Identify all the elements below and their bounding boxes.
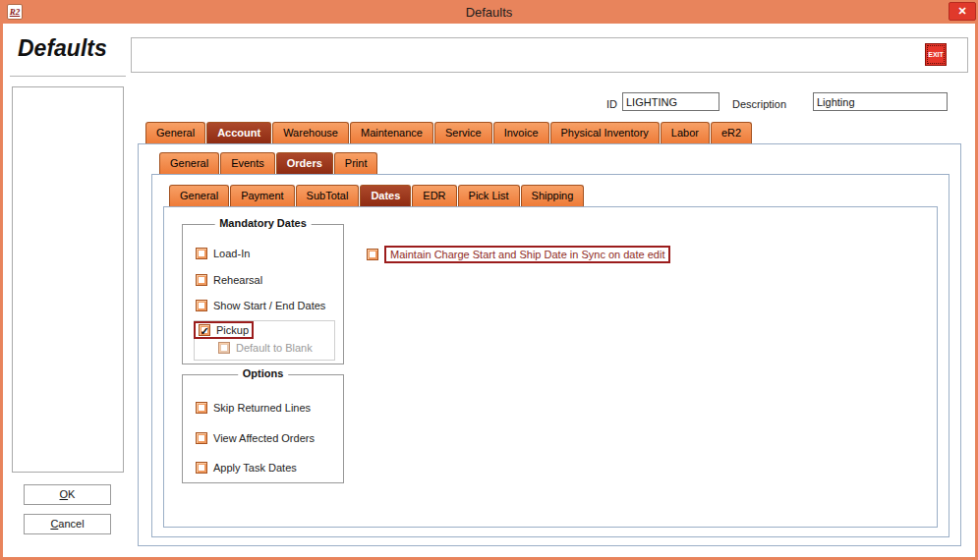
left-list-box[interactable] — [12, 86, 124, 473]
ok-button[interactable]: OK — [24, 484, 111, 505]
toolbar-strip — [131, 37, 968, 73]
tab-ord-pick-list[interactable]: Pick List — [458, 185, 520, 206]
tab-row-account: GeneralEventsOrdersPrint — [159, 152, 378, 174]
window-title: Defaults — [466, 5, 513, 20]
tab-invoice[interactable]: Invoice — [493, 122, 549, 143]
checkbox-label: Default to Blank — [236, 342, 313, 354]
checkbox-label: View Affected Orders — [213, 432, 315, 444]
checkbox-label: Show Start / End Dates — [213, 300, 325, 311]
checkbox-icon[interactable] — [367, 249, 378, 260]
checkbox-label: Rehearsal — [213, 274, 262, 286]
checkbox-label-highlighted: Maintain Charge Start and Ship Date in S… — [384, 246, 670, 263]
app-window: R2 Defaults ✕ Defaults OK Cancel EXIT ID… — [0, 0, 978, 560]
checkbox-show-start-end-dates[interactable]: Show Start / End Dates — [196, 300, 325, 311]
checkbox-pickup[interactable]: ✓ Pickup — [194, 321, 254, 339]
checkbox-apply-task-dates[interactable]: Apply Task Dates — [196, 462, 297, 474]
checkbox-icon[interactable] — [196, 274, 207, 286]
mandatory-dates-title: Mandatory Dates — [214, 217, 312, 229]
tab-row-main: GeneralAccountWarehouseMaintenanceServic… — [145, 122, 753, 143]
tab-ord-payment[interactable]: Payment — [230, 185, 294, 206]
checkbox-icon[interactable] — [196, 432, 207, 444]
checkbox-load-in[interactable]: Load-In — [196, 248, 250, 259]
tab-ord-dates[interactable]: Dates — [360, 185, 411, 206]
checkbox-icon[interactable] — [218, 342, 230, 354]
checkbox-label: Skip Returned Lines — [213, 402, 311, 414]
tab-ord-general[interactable]: General — [169, 185, 229, 206]
tab-acct-events[interactable]: Events — [220, 152, 275, 174]
title-bar[interactable]: R2 Defaults ✕ — [0, 0, 978, 24]
checkbox-label: Pickup — [216, 324, 249, 336]
page-title: Defaults — [18, 35, 107, 62]
tab-warehouse[interactable]: Warehouse — [272, 122, 349, 143]
tab-general[interactable]: General — [145, 122, 205, 143]
tab-acct-print[interactable]: Print — [334, 152, 378, 174]
checkbox-label: Load-In — [213, 248, 250, 259]
tab-labor[interactable]: Labor — [661, 122, 710, 143]
id-input[interactable] — [622, 92, 719, 111]
exit-button[interactable]: EXIT — [925, 43, 947, 66]
check-icon: ✓ — [200, 325, 209, 335]
description-input[interactable] — [813, 92, 948, 111]
tab-row-orders: GeneralPaymentSubTotalDatesEDRPick ListS… — [169, 185, 585, 206]
tab-er2[interactable]: eR2 — [711, 122, 752, 143]
tab-ord-edr[interactable]: EDR — [412, 185, 456, 206]
checkbox-icon[interactable] — [196, 248, 207, 259]
tab-maintenance[interactable]: Maintenance — [350, 122, 433, 143]
checkbox-icon[interactable] — [196, 462, 207, 474]
tab-ord-subtotal[interactable]: SubTotal — [296, 185, 360, 206]
description-label: Description — [732, 98, 786, 110]
tab-ord-shipping[interactable]: Shipping — [521, 185, 585, 206]
checkbox-default-to-blank[interactable]: Default to Blank — [218, 342, 313, 354]
tab-account[interactable]: Account — [206, 122, 271, 143]
tab-service[interactable]: Service — [434, 122, 492, 143]
checkbox-skip-returned-lines[interactable]: Skip Returned Lines — [196, 402, 311, 414]
checkbox-maintain-charge-sync[interactable]: Maintain Charge Start and Ship Date in S… — [367, 246, 670, 263]
tab-acct-orders[interactable]: Orders — [276, 152, 333, 174]
app-icon: R2 — [7, 4, 23, 20]
checkbox-icon[interactable] — [196, 300, 207, 311]
checkbox-icon-checked[interactable]: ✓ — [199, 324, 210, 336]
cancel-button[interactable]: Cancel — [24, 514, 111, 534]
checkbox-label: Apply Task Dates — [213, 462, 297, 474]
tab-physical-inventory[interactable]: Physical Inventory — [550, 122, 660, 143]
checkbox-rehearsal[interactable]: Rehearsal — [196, 274, 262, 286]
close-icon[interactable]: ✕ — [949, 2, 976, 21]
tab-acct-general[interactable]: General — [159, 152, 219, 174]
left-separator — [10, 76, 126, 77]
checkbox-view-affected-orders[interactable]: View Affected Orders — [196, 432, 315, 444]
id-label: ID — [606, 98, 617, 110]
options-title: Options — [238, 367, 289, 379]
checkbox-icon[interactable] — [196, 402, 207, 414]
